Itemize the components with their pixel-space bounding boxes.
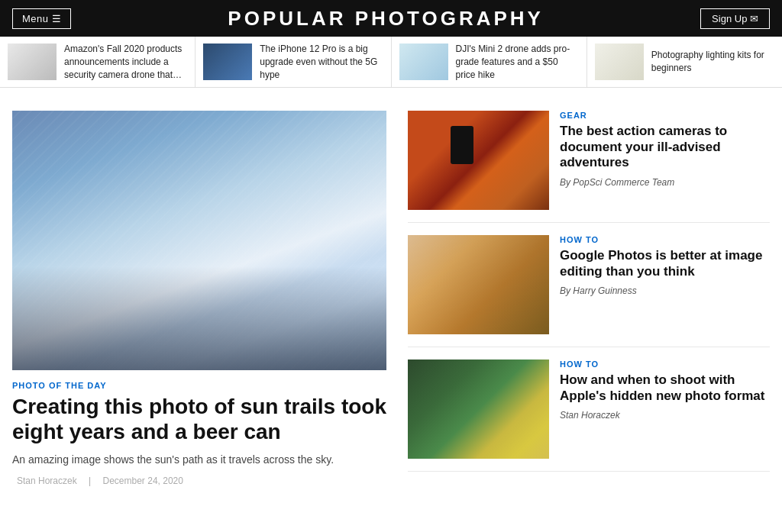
article-category: HOW TO: [560, 235, 770, 244]
news-item[interactable]: Photography lighting kits for beginners: [587, 37, 782, 87]
article-category: HOW TO: [560, 360, 770, 369]
article-author: By PopSci Commerce Team: [560, 177, 770, 188]
article-card-image: [408, 111, 549, 210]
article-card[interactable]: HOW TOHow and when to shoot with Apple's…: [408, 347, 770, 472]
menu-button[interactable]: Menu ☰: [12, 8, 71, 29]
news-text: Amazon's Fall 2020 products announcement…: [64, 43, 187, 81]
news-text: DJI's Mini 2 drone adds pro-grade featur…: [456, 43, 579, 81]
byline-separator: |: [89, 476, 91, 486]
article-author: By Harry Guinness: [560, 285, 770, 296]
news-text: Photography lighting kits for beginners: [651, 49, 774, 75]
news-item[interactable]: DJI's Mini 2 drone adds pro-grade featur…: [392, 37, 587, 87]
site-title: POPULAR PHOTOGRAPHY: [228, 7, 544, 31]
article-title[interactable]: How and when to shoot with Apple's hidde…: [560, 372, 770, 404]
article-meta: HOW TOHow and when to shoot with Apple's…: [560, 360, 770, 459]
news-item[interactable]: The iPhone 12 Pro is a big upgrade even …: [196, 37, 391, 87]
article-card-image: [408, 360, 549, 459]
featured-excerpt: An amazing image shows the sun's path as…: [12, 452, 386, 468]
featured-headline[interactable]: Creating this photo of sun trails took e…: [12, 395, 386, 443]
article-author: Stan Horaczek: [560, 410, 770, 421]
featured-byline: Stan Horaczek | December 24, 2020: [12, 476, 386, 486]
article-category: GEAR: [560, 111, 770, 120]
article-card-image: [408, 235, 549, 334]
article-meta: HOW TOGoogle Photos is better at image e…: [560, 235, 770, 334]
featured-article: PHOTO OF THE DAY Creating this photo of …: [12, 111, 386, 485]
site-header: Menu ☰ POPULAR PHOTOGRAPHY Sign Up ✉: [0, 0, 782, 37]
news-item[interactable]: Amazon's Fall 2020 products announcement…: [0, 37, 196, 87]
featured-category: PHOTO OF THE DAY: [12, 381, 386, 390]
news-thumb: [8, 44, 57, 80]
article-card[interactable]: GEARThe best action cameras to document …: [408, 111, 770, 223]
news-text: The iPhone 12 Pro is a big upgrade even …: [260, 43, 383, 81]
news-thumb: [203, 44, 252, 80]
main-content: PHOTO OF THE DAY Creating this photo of …: [0, 88, 782, 501]
signup-button[interactable]: Sign Up ✉: [700, 8, 770, 29]
article-card[interactable]: HOW TOGoogle Photos is better at image e…: [408, 223, 770, 347]
article-title[interactable]: Google Photos is better at image editing…: [560, 248, 770, 279]
article-title[interactable]: The best action cameras to document your…: [560, 124, 770, 170]
news-thumb: [595, 44, 644, 80]
article-list: GEARThe best action cameras to document …: [408, 111, 770, 485]
featured-date: December 24, 2020: [103, 476, 183, 486]
featured-author: Stan Horaczek: [17, 476, 77, 486]
news-ticker: Amazon's Fall 2020 products announcement…: [0, 37, 782, 88]
article-meta: GEARThe best action cameras to document …: [560, 111, 770, 210]
featured-image[interactable]: [12, 111, 386, 370]
news-thumb: [399, 44, 448, 80]
